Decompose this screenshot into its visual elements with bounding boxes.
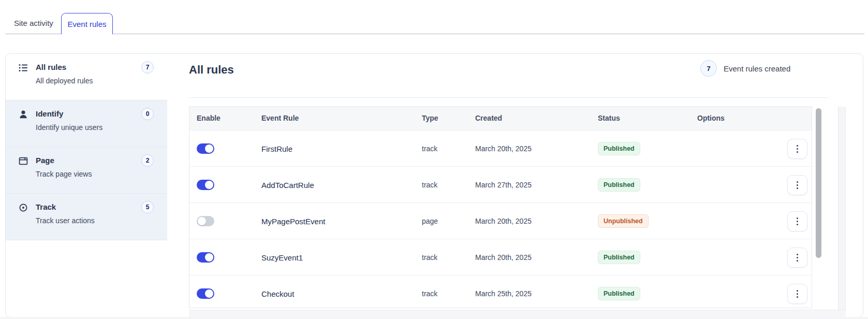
col-header-status: Status — [598, 107, 620, 130]
page-background-strip — [0, 317, 868, 319]
row-options-button[interactable] — [787, 175, 807, 195]
sidebar-item-page[interactable]: Page Track page views 2 — [6, 147, 167, 194]
outer-scrollbar-track — [838, 107, 846, 317]
sidebar-item-title: All rules — [36, 63, 66, 71]
col-header-event-rule: Event Rule — [261, 107, 299, 130]
list-icon — [18, 63, 28, 73]
sidebar-item-title: Track — [36, 202, 56, 211]
event-rule-name: AddToCartRule — [261, 180, 314, 189]
kebab-icon — [797, 221, 798, 222]
sidebar-item-count-badge: 0 — [141, 108, 154, 120]
enable-toggle[interactable] — [197, 143, 214, 154]
tab-site-activity[interactable]: Site activity — [14, 19, 53, 27]
sidebar-item-identify[interactable]: Identify Identify unique users 0 — [6, 100, 167, 147]
event-rule-name: MyPagePostEvent — [261, 216, 325, 225]
table-row: FirstRule track March 20th, 2025 Publish… — [189, 130, 812, 166]
status-badge: Published — [598, 251, 640, 264]
row-options-button[interactable] — [787, 284, 807, 304]
sidebar-item-subtitle: Identify unique users — [36, 123, 102, 132]
row-options-button[interactable] — [787, 248, 807, 268]
page-title: All rules — [189, 63, 234, 77]
kebab-icon — [797, 257, 798, 258]
enable-toggle[interactable] — [197, 180, 214, 190]
row-options-button[interactable] — [787, 139, 807, 159]
col-header-created: Created — [475, 107, 502, 130]
sidebar-item-subtitle: Track user actions — [36, 216, 95, 225]
toggle-knob — [205, 181, 213, 189]
sidebar-item-title: Page — [36, 156, 54, 165]
event-rules-card: All rules All deployed rules 7 Identify … — [5, 53, 863, 317]
enable-toggle[interactable] — [197, 252, 214, 263]
sidebar-item-subtitle: Track page views — [36, 170, 92, 178]
event-rule-created: March 25th, 2025 — [475, 289, 532, 298]
kebab-icon — [797, 184, 798, 186]
enable-toggle[interactable] — [197, 288, 214, 299]
sidebar-item-count-badge: 5 — [141, 201, 154, 213]
event-rule-name: FirstRule — [261, 144, 292, 153]
sidebar-item-track[interactable]: Track Track user actions 5 — [6, 194, 167, 240]
user-icon — [18, 109, 28, 120]
event-rule-type: track — [422, 181, 437, 189]
table-row: MyPagePostEvent page March 20th, 2025 Un… — [189, 202, 812, 239]
event-rule-name: SuzyEvent1 — [261, 253, 303, 262]
status-badge: Published — [598, 287, 640, 300]
event-rule-type: track — [422, 144, 437, 153]
status-badge: Published — [598, 142, 640, 155]
sidebar-item-all-rules[interactable]: All rules All deployed rules 7 — [6, 54, 167, 100]
event-rule-type: page — [422, 217, 438, 225]
status-badge: Published — [598, 178, 640, 192]
event-rule-created: March 27th, 2025 — [475, 181, 532, 189]
event-rule-type: track — [422, 253, 437, 262]
tab-bar-divider — [5, 34, 864, 34]
sidebar: All rules All deployed rules 7 Identify … — [6, 54, 167, 317]
rules-table: Enable Event Rule Type Created Status Op… — [189, 106, 812, 308]
row-options-button[interactable] — [787, 211, 807, 231]
kebab-icon — [797, 293, 798, 295]
col-header-type: Type — [422, 107, 438, 130]
sidebar-item-count-badge: 2 — [141, 154, 154, 167]
toggle-knob — [198, 217, 206, 225]
table-row: AddToCartRule track March 27th, 2025 Pub… — [189, 166, 812, 202]
toggle-knob — [205, 253, 213, 262]
target-icon — [18, 202, 28, 213]
window-icon — [18, 156, 28, 166]
event-rule-type: track — [422, 289, 437, 298]
rules-count-badge: 7 — [700, 60, 717, 77]
main-panel: All rules 7 Event rules created Enable E… — [189, 54, 863, 317]
tab-bar: Site activity Event rules — [0, 0, 868, 34]
table-header-row: Enable Event Rule Type Created Status Op… — [189, 107, 812, 130]
col-header-enable: Enable — [197, 107, 220, 130]
sidebar-item-title: Identify — [36, 109, 63, 118]
table-body: FirstRule track March 20th, 2025 Publish… — [189, 130, 812, 308]
tab-event-rules[interactable]: Event rules — [61, 13, 113, 34]
sidebar-item-count-badge: 7 — [141, 61, 154, 74]
status-badge: Unpublished — [598, 214, 649, 228]
table-row: Checkout track March 25th, 2025 Publishe… — [189, 275, 812, 308]
toggle-knob — [205, 289, 213, 298]
rules-count-label: Event rules created — [724, 64, 790, 73]
kebab-icon — [797, 148, 798, 150]
rules-count: 7 Event rules created — [700, 60, 790, 77]
enable-toggle[interactable] — [197, 216, 214, 226]
event-rule-name: Checkout — [261, 289, 294, 298]
sidebar-item-subtitle: All deployed rules — [36, 77, 93, 85]
header-divider — [189, 97, 829, 98]
col-header-options: Options — [697, 107, 725, 130]
event-rule-created: March 20th, 2025 — [475, 144, 532, 153]
toggle-knob — [205, 144, 213, 153]
vertical-scrollbar-thumb[interactable] — [816, 108, 821, 258]
event-rule-created: March 20th, 2025 — [475, 253, 532, 262]
table-row: SuzyEvent1 track March 20th, 2025 Publis… — [189, 239, 812, 275]
horizontal-scrollbar-track — [189, 310, 846, 317]
event-rule-created: March 20th, 2025 — [475, 217, 532, 225]
